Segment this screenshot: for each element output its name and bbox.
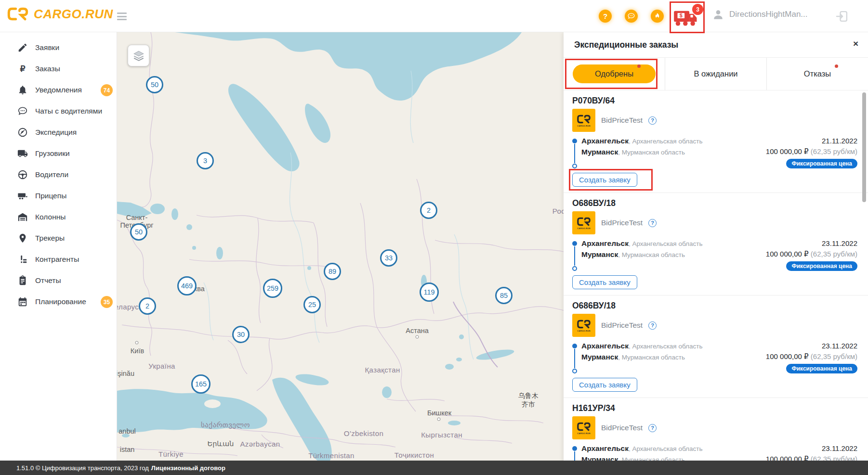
order-number: О686ВУ/18 bbox=[572, 300, 857, 311]
sidebar-item-pin[interactable]: Трекеры bbox=[0, 228, 117, 249]
sidebar-item-label: Контрагенты bbox=[35, 255, 79, 264]
sidebar-item-label: Прицепы bbox=[35, 192, 66, 200]
map-cluster-marker[interactable]: 3 bbox=[197, 152, 214, 169]
brand-name: CARGO.RUN bbox=[34, 7, 113, 22]
map-cluster-marker[interactable]: 469 bbox=[177, 276, 197, 295]
panel-title: Экспедиционные заказы bbox=[574, 40, 678, 50]
svg-text:$: $ bbox=[680, 13, 683, 18]
map-cluster-marker[interactable]: 25 bbox=[303, 296, 321, 313]
map-cluster-marker[interactable]: 30 bbox=[232, 326, 250, 343]
company-help-icon[interactable]: ? bbox=[648, 321, 657, 330]
origin-dot-icon bbox=[572, 446, 577, 451]
route-rail-icon bbox=[572, 136, 577, 168]
company-help-icon[interactable]: ? bbox=[648, 116, 657, 125]
sidebar-item-label: Чаты с водителями bbox=[35, 107, 102, 116]
tab-pending[interactable]: В ожидании bbox=[665, 58, 766, 90]
flame-icon[interactable] bbox=[651, 10, 664, 23]
order-date: 21.11.2022 bbox=[766, 136, 857, 146]
user-name: DirectionsHightMan... bbox=[729, 10, 808, 19]
map-cluster-marker[interactable]: 50 bbox=[130, 223, 147, 241]
map-canvas[interactable]: Санкт- ПетербургМоскваБеларусьКиївУкраїн… bbox=[117, 32, 564, 475]
destination-row: Мурманск, Мурманская область bbox=[581, 249, 702, 260]
sidebar-item-label: Планирование bbox=[35, 297, 86, 306]
origin-row: Архангельск, Архангельская область bbox=[581, 341, 702, 352]
origin-dot-icon bbox=[572, 139, 577, 143]
order-body: Архангельск, Архангельская областьМурман… bbox=[572, 136, 857, 168]
orders-tab-bar: ОдобреныВ ожиданииОтказы bbox=[564, 58, 868, 90]
sidebar-item-trailer[interactable]: Прицепы bbox=[0, 185, 117, 206]
sidebar-item-chat[interactable]: Чаты с водителями bbox=[0, 101, 117, 122]
create-request-button[interactable]: Создать заявку bbox=[572, 378, 637, 392]
bell-icon bbox=[17, 85, 28, 95]
close-icon[interactable]: × bbox=[853, 39, 858, 48]
order-company-row: CARGO.RUNBidPriceTest? bbox=[572, 109, 857, 132]
map-cluster-marker[interactable]: 2 bbox=[139, 297, 156, 315]
expedition-orders-panel: Экспедиционные заказы × ОдобреныВ ожидан… bbox=[564, 32, 868, 475]
sidebar-item-edit[interactable]: Заявки bbox=[0, 37, 117, 58]
map-cluster-marker[interactable]: 2 bbox=[420, 202, 437, 219]
app-footer: 1.51.0 © Цифровизация транспорта, 2023 г… bbox=[0, 461, 868, 475]
sidebar-item-calendar[interactable]: Планирование35 bbox=[0, 291, 117, 312]
sidebar-item-truck[interactable]: Грузовики bbox=[0, 143, 117, 164]
order-money: 23.11.2022100 000,00 ₽ (62,35 руб/км)Фик… bbox=[766, 341, 857, 373]
fixed-price-badge: Фиксированная цена bbox=[786, 261, 857, 271]
tab-label: В ожидании bbox=[674, 64, 757, 83]
company-name: BidPriceTest bbox=[601, 218, 643, 227]
sidebar-item-bell[interactable]: Уведомления74 bbox=[0, 79, 117, 101]
user-menu[interactable]: DirectionsHightMan... bbox=[712, 8, 808, 21]
sidebar-item-label: Уведомления bbox=[35, 86, 82, 94]
order-number: Н161УР/34 bbox=[572, 402, 857, 414]
order-price: 100 000,00 ₽ bbox=[766, 147, 809, 155]
order-card: Р070ВУ/64CARGO.RUNBidPriceTest?Архангель… bbox=[564, 90, 868, 193]
map-cluster-marker[interactable]: 119 bbox=[420, 282, 439, 302]
company-help-icon[interactable]: ? bbox=[648, 219, 657, 227]
create-request-button[interactable]: Создать заявку bbox=[572, 173, 637, 187]
tab-alert-dot bbox=[637, 64, 641, 68]
order-price-line: 100 000,00 ₽ (62,35 руб/км) bbox=[766, 351, 857, 362]
trailer-icon bbox=[17, 191, 28, 201]
truck-icon bbox=[17, 148, 28, 159]
map-cluster-marker[interactable]: 85 bbox=[495, 287, 513, 304]
logout-icon[interactable] bbox=[835, 10, 849, 23]
order-price-line: 100 000,00 ₽ (62,35 руб/км) bbox=[766, 146, 857, 157]
panel-scrollbar[interactable] bbox=[862, 92, 866, 202]
pin-icon bbox=[17, 233, 28, 244]
sidebar-item-label: Заявки bbox=[35, 43, 59, 52]
destination-row: Мурманск, Мурманская область bbox=[581, 147, 702, 158]
expedition-orders-button[interactable]: $ 3 bbox=[673, 9, 701, 28]
tab-rejected[interactable]: Отказы bbox=[766, 58, 868, 90]
destination-dot-icon bbox=[572, 164, 577, 168]
license-link[interactable]: Лицензионный договор bbox=[151, 464, 225, 472]
route-rail-icon bbox=[572, 341, 577, 373]
fixed-price-badge: Фиксированная цена bbox=[786, 159, 857, 168]
chat-icon[interactable] bbox=[625, 10, 638, 23]
order-price-line: 100 000,00 ₽ (62,35 руб/км) bbox=[766, 249, 857, 259]
map-layers-button[interactable] bbox=[128, 45, 149, 66]
origin-dot-icon bbox=[572, 344, 577, 348]
contractors-icon bbox=[17, 254, 28, 265]
fixed-price-badge: Фиксированная цена bbox=[786, 364, 857, 373]
order-rate: (62,35 руб/км) bbox=[811, 147, 857, 155]
map-cluster-marker[interactable]: 33 bbox=[380, 249, 397, 267]
map-city-dot bbox=[135, 341, 139, 345]
tab-approved[interactable]: Одобрены bbox=[564, 58, 665, 90]
map-cluster-marker[interactable]: 165 bbox=[191, 374, 210, 394]
map-cluster-marker[interactable]: 89 bbox=[324, 263, 341, 280]
sidebar-item-label: Грузовики bbox=[35, 149, 70, 158]
sidebar-item-garage[interactable]: Колонны bbox=[0, 206, 117, 228]
company-help-icon[interactable]: ? bbox=[648, 424, 657, 432]
sidebar-item-wheel[interactable]: Водители bbox=[0, 164, 117, 185]
map-cluster-marker[interactable]: 50 bbox=[146, 76, 163, 93]
sidebar-item-report[interactable]: Отчеты bbox=[0, 270, 117, 291]
flame-glyph-icon bbox=[654, 13, 661, 20]
company-logo: CARGO.RUN bbox=[572, 314, 595, 337]
sidebar-item-contractors[interactable]: Контрагенты bbox=[0, 249, 117, 270]
map-cluster-marker[interactable]: 259 bbox=[263, 279, 282, 298]
sidebar-item-ruble[interactable]: ₽Заказы bbox=[0, 58, 117, 79]
help-icon[interactable]: ? bbox=[599, 10, 612, 23]
create-request-button[interactable]: Создать заявку bbox=[572, 275, 637, 289]
brand-logo[interactable]: CARGO.RUN bbox=[7, 6, 113, 22]
edit-icon bbox=[17, 42, 28, 53]
menu-toggle-icon[interactable] bbox=[117, 13, 127, 20]
sidebar-item-compass[interactable]: Экспедиция bbox=[0, 122, 117, 143]
